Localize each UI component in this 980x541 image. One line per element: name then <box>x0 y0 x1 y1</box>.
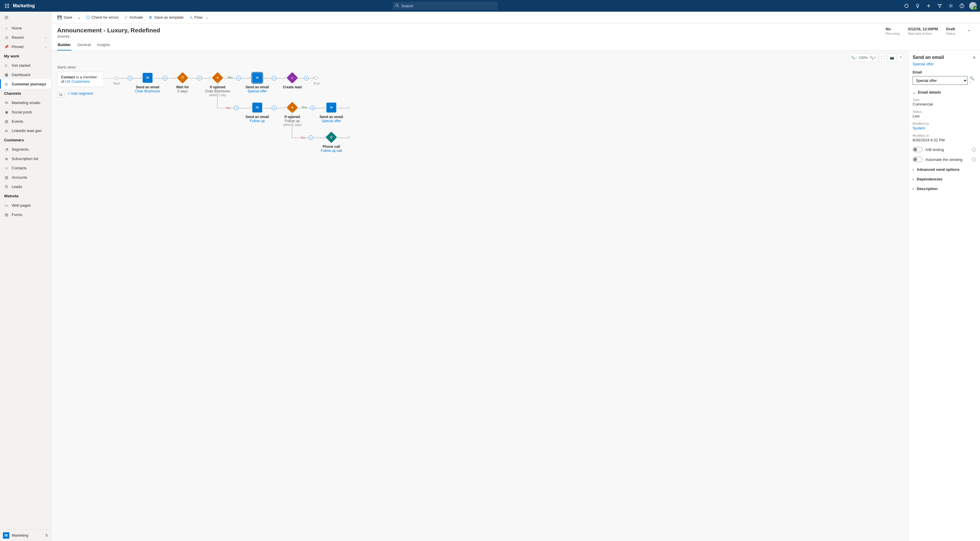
form-icon: ▤ <box>4 212 9 217</box>
tab-insights[interactable]: Insights <box>97 43 111 51</box>
add-node-icon[interactable]: + <box>304 76 309 81</box>
advanced-send-section[interactable]: ›Advanced send options <box>913 167 976 172</box>
meta-start-value: 3/12/18, 12:00PM <box>908 27 938 31</box>
segments-icon: ◔ <box>4 147 9 152</box>
tab-general[interactable]: General <box>77 43 91 51</box>
sidebar-item-subscription[interactable]: ≣Subscription list <box>0 154 51 163</box>
canvas-help-icon[interactable]: ? <box>897 54 904 62</box>
mail-icon: ✉ <box>252 103 262 113</box>
status-value: Live <box>913 114 976 118</box>
svg-point-9 <box>396 4 398 7</box>
tab-builder[interactable]: Builder <box>57 43 72 51</box>
sidebar-item-recent[interactable]: ◷Recent⌄ <box>0 33 51 42</box>
search-input[interactable] <box>393 2 498 10</box>
svg-rect-5 <box>8 6 9 6</box>
sidebar-item-social-posts[interactable]: ◉Social posts <box>0 107 51 117</box>
add-node-icon[interactable]: + <box>234 106 239 110</box>
sidebar-item-leads[interactable]: ☰Leads <box>0 182 51 191</box>
sidebar-item-webpages[interactable]: ▭Web pages <box>0 200 51 210</box>
template-icon: 🗎 <box>149 15 153 19</box>
sidebar-item-label: Web pages <box>12 203 31 208</box>
node-wait[interactable]: ⏱ Wait for 5 days <box>165 73 200 93</box>
sidebar-item-marketing-emails[interactable]: ✉Marketing emails <box>0 98 51 107</box>
sidebar-item-home[interactable]: ⌂Home <box>0 23 51 33</box>
pin-icon: 📌 <box>4 44 9 49</box>
dependencies-section[interactable]: ›Dependencies <box>913 177 976 181</box>
sidebar-item-forms[interactable]: ▤Forms <box>0 210 51 219</box>
add-icon[interactable] <box>924 1 933 11</box>
mail-icon: ✉ <box>252 73 262 83</box>
node-create-lead[interactable]: ☺ Create lead <box>275 73 310 89</box>
ab-testing-toggle[interactable] <box>913 147 923 152</box>
svg-rect-6 <box>5 7 6 8</box>
info-icon[interactable]: i <box>972 157 976 162</box>
hamburger-icon[interactable] <box>0 12 51 23</box>
app-switcher-label: Marketing <box>12 533 28 538</box>
node-send-email-1[interactable]: ✉ Send an email Chair Brochures <box>130 73 165 93</box>
sidebar-item-pinned[interactable]: 📌Pinned⌄ <box>0 42 51 51</box>
person-icon: ☺ <box>4 165 9 170</box>
end-label: End <box>314 82 320 85</box>
panel-record-link[interactable]: Special offer <box>913 62 976 66</box>
panel-title: Send an email <box>913 55 944 60</box>
chevron-down-icon: ⌄ <box>78 15 81 19</box>
add-node-icon[interactable]: + <box>309 135 313 140</box>
sidebar-item-getstarted[interactable]: ▷Get started <box>0 60 51 70</box>
sidebar-item-accounts[interactable]: ▥Accounts <box>0 173 51 182</box>
sidebar-item-label: Dashboard <box>12 73 30 77</box>
timer-icon: ⏱ <box>177 72 188 84</box>
sidebar-item-label: Events <box>12 119 23 124</box>
node-send-email-special-2[interactable]: ✉ Send an email Special offer <box>314 103 349 123</box>
save-button[interactable]: 💾Save <box>55 12 75 23</box>
lightbulb-icon[interactable] <box>913 1 922 11</box>
sidebar-item-linkedin[interactable]: inLinkedIn lead gen <box>0 126 51 135</box>
add-segment-link[interactable]: + Add segment <box>68 91 93 95</box>
automate-sending-toggle[interactable] <box>913 157 923 162</box>
node-phone-call[interactable]: ✆ Phone call Follow up call <box>314 132 349 153</box>
save-dropdown[interactable]: ⌄ <box>76 12 83 23</box>
or-chip[interactable]: Or <box>57 92 65 97</box>
sidebar-item-events[interactable]: ▤Events <box>0 117 51 126</box>
email-select[interactable]: Special offer <box>913 76 968 85</box>
calendar-icon: ▤ <box>4 119 9 124</box>
sidebar-group-website: Website <box>0 191 51 200</box>
segment-condition[interactable]: Contact is a member of US Customers <box>57 72 104 87</box>
sidebar-item-label: Customer journeys <box>12 82 46 86</box>
close-icon[interactable]: ✕ <box>973 56 976 60</box>
edge <box>337 138 349 138</box>
sidebar-item-label: Accounts <box>12 175 27 179</box>
svg-rect-4 <box>7 6 8 6</box>
edge <box>217 82 218 108</box>
description-section[interactable]: ›Description <box>913 187 976 191</box>
zoom-in-icon[interactable]: 🔍+ <box>869 56 876 60</box>
lookup-icon[interactable]: 🔍⁺ <box>969 77 976 84</box>
sidebar-item-customer-journeys[interactable]: ⎌Customer journeys <box>0 79 51 89</box>
sidebar-item-dashboard[interactable]: ▦Dashboard <box>0 70 51 79</box>
email-details-section[interactable]: ⌄Email details <box>913 90 976 94</box>
activate-button[interactable]: ✓Activate <box>122 12 145 23</box>
target-icon[interactable] <box>902 1 911 11</box>
save-template-button[interactable]: 🗎Save as template <box>146 12 186 23</box>
fit-icon[interactable]: ⛶ <box>879 54 887 62</box>
user-avatar[interactable] <box>968 1 978 11</box>
sidebar-item-contacts[interactable]: ☺Contacts <box>0 163 51 173</box>
filter-icon[interactable] <box>935 1 944 11</box>
flow-button[interactable]: ∿Flow⌄ <box>187 12 211 23</box>
modified-by-value[interactable]: System <box>913 126 976 130</box>
info-icon[interactable]: i <box>972 148 976 152</box>
segment-link[interactable]: US Customers <box>65 79 90 84</box>
app-switcher[interactable]: M Marketing ⇅ <box>0 529 51 541</box>
check-errors-button[interactable]: ⓘCheck for errors <box>84 12 121 23</box>
app-launcher-icon[interactable] <box>2 1 12 11</box>
list-icon: ≣ <box>4 156 9 161</box>
settings-icon[interactable] <box>946 1 956 11</box>
node-send-email-followup[interactable]: ✉ Send an email Follow up <box>240 103 275 123</box>
expand-header-icon[interactable]: ⌄ <box>967 27 970 32</box>
zoom-out-icon[interactable]: 🔍− <box>851 56 857 60</box>
node-send-email-special[interactable]: ✉ Send an email Special offer <box>240 73 275 93</box>
help-icon[interactable] <box>957 1 967 11</box>
zoom-control[interactable]: 🔍− 100% 🔍+ <box>849 54 878 62</box>
sidebar-item-segments[interactable]: ◔Segments <box>0 144 51 154</box>
sidebar-item-label: Subscription list <box>12 157 38 161</box>
snapshot-icon[interactable]: 📷 <box>888 54 896 62</box>
